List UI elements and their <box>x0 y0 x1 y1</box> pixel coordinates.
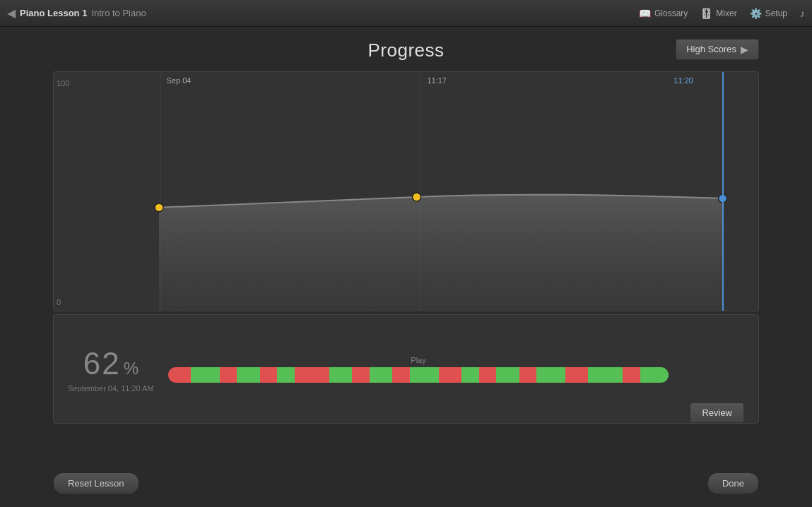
high-scores-button[interactable]: High Scores ▶ <box>676 39 759 60</box>
playbar-segment <box>191 367 220 383</box>
setup-button[interactable]: ⚙️ Setup <box>750 8 787 19</box>
playbar-segment <box>640 367 669 383</box>
lesson-title: Piano Lesson 1 <box>20 8 87 18</box>
chart-svg <box>54 72 758 311</box>
playbar-segment <box>220 367 237 383</box>
playbar-segment <box>536 367 565 383</box>
topbar-right: 📖 Glossary 🎚️ Mixer ⚙️ Setup ♪ <box>639 0 805 26</box>
playbar-segment <box>237 367 260 383</box>
playbar-segment <box>277 367 294 383</box>
playbar-area: Play <box>168 356 669 383</box>
done-button[interactable]: Done <box>707 472 759 494</box>
playbar-segment <box>329 367 353 383</box>
score-date: September 04, 11:20 AM <box>68 384 154 393</box>
playbar-segment <box>260 367 277 383</box>
playbar-segment <box>295 367 329 383</box>
playbar-segment <box>168 367 192 383</box>
playbar-segment <box>439 367 462 383</box>
high-scores-label: High Scores <box>686 44 736 54</box>
setup-icon: ⚙️ <box>750 8 762 19</box>
music-icon: ♪ <box>800 8 805 19</box>
score-row: 62 % <box>83 346 139 381</box>
progress-chart: 100 0 Sep 04 11:17 11:20 <box>53 71 759 311</box>
lesson-subtitle: Intro to Piano <box>91 8 146 18</box>
back-arrow-icon: ◀ <box>7 6 16 20</box>
glossary-button[interactable]: 📖 Glossary <box>639 8 688 19</box>
bottom-panel: 62 % September 04, 11:20 AM Play Review <box>53 314 759 424</box>
score-percent: % <box>124 359 139 378</box>
playbar-segment <box>370 367 393 383</box>
data-point-2 <box>413 193 421 201</box>
playbar-segment <box>410 367 439 383</box>
playbar-segment <box>519 367 536 383</box>
playbar-segment <box>352 367 369 383</box>
mixer-icon: 🎚️ <box>700 8 712 19</box>
music-button[interactable]: ♪ <box>800 8 805 19</box>
reset-lesson-button[interactable]: Reset Lesson <box>53 472 139 494</box>
data-point-1 <box>155 203 163 212</box>
playbar-segment <box>623 367 640 383</box>
playbar-segment <box>479 367 496 383</box>
chevron-right-icon: ▶ <box>741 44 748 55</box>
footer: Reset Lesson Done <box>0 472 812 494</box>
review-button[interactable]: Review <box>690 402 744 423</box>
page-title-area: Progress High Scores ▶ <box>53 27 759 71</box>
playbar-segment <box>392 367 409 383</box>
glossary-label: Glossary <box>654 8 688 18</box>
mixer-label: Mixer <box>716 8 736 18</box>
playbar <box>168 367 669 383</box>
score-display: 62 % September 04, 11:20 AM <box>68 346 154 393</box>
playbar-segment <box>461 367 478 383</box>
current-time-line <box>722 72 724 311</box>
page-title: Progress <box>367 40 444 61</box>
score-value: 62 <box>83 346 121 381</box>
playbar-segment <box>588 367 623 383</box>
back-button[interactable]: ◀ <box>7 6 16 20</box>
setup-label: Setup <box>765 8 787 18</box>
playbar-segment <box>496 367 519 383</box>
mixer-button[interactable]: 🎚️ Mixer <box>700 8 736 19</box>
topbar: ◀ Piano Lesson 1 Intro to Piano 📖 Glossa… <box>0 0 812 27</box>
playbar-segment <box>565 367 589 383</box>
main-content: Progress High Scores ▶ 100 0 Sep 04 11:1… <box>0 27 812 424</box>
glossary-icon: 📖 <box>639 8 651 19</box>
play-label: Play <box>411 356 425 364</box>
